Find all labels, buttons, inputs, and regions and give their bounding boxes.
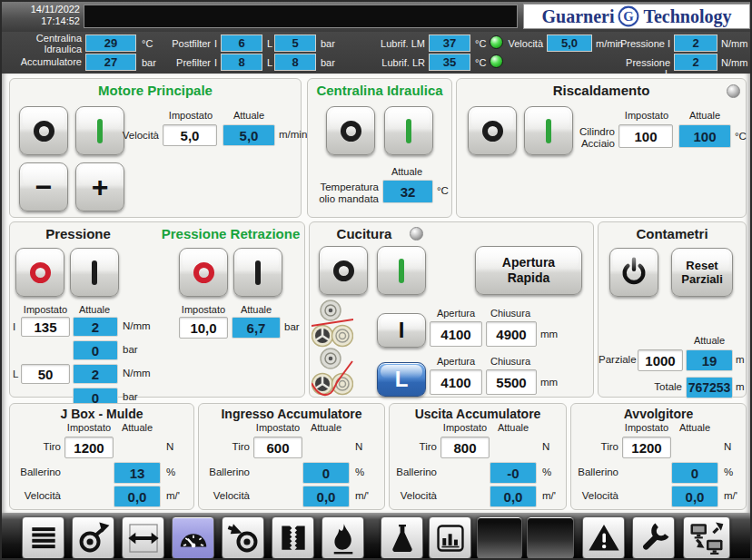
row-i-prefix: I <box>13 321 15 333</box>
seam-icon <box>276 521 311 555</box>
impostato-header: Impostato <box>179 304 228 315</box>
tiro-unit: N <box>724 441 731 452</box>
motore-speed-plus-button[interactable]: + <box>75 162 124 211</box>
start-bar-icon <box>546 119 551 143</box>
apertura-rapida-button[interactable]: Apertura Rapida <box>475 246 582 295</box>
cucitura-start-button[interactable] <box>377 246 426 295</box>
attuale-header: Attuale <box>381 166 433 177</box>
cilindro-set-field[interactable]: 100 <box>618 124 673 148</box>
ballerino-label: Ballerino <box>571 467 618 478</box>
impostato-header: Impostato <box>250 422 306 433</box>
cucitura-l-apertura-field[interactable]: 4100 <box>430 369 482 395</box>
toolbar-reports-button[interactable] <box>429 516 471 559</box>
row-l-unit: N/mm <box>123 368 151 378</box>
postfilter-i-display: 6 <box>221 34 262 52</box>
cilindro-acciaio-label: CilindroAcciaio <box>557 126 615 150</box>
toolbar-lab-button[interactable] <box>381 516 423 559</box>
pressione-i-status-unit: N/mm <box>721 38 747 49</box>
parziale-set-field[interactable]: 1000 <box>638 349 683 371</box>
toolbar-blank-button-2 <box>527 516 574 559</box>
motore-stop-button[interactable] <box>19 106 68 155</box>
toolbar-heating-button[interactable] <box>322 516 364 559</box>
tiro-set-field[interactable]: 600 <box>253 437 302 458</box>
stop-circle-icon <box>341 121 361 142</box>
cilindro-actual-display: 100 <box>678 124 731 148</box>
wrench-icon <box>637 521 671 555</box>
row-lbar-unit: bar <box>123 391 138 402</box>
ballerino-unit: % <box>542 467 551 477</box>
tiro-label: Tiro <box>10 441 61 453</box>
postfilter-l-display: 5 <box>274 34 316 52</box>
reset-parziali-button[interactable]: Reset Parziali <box>671 248 733 297</box>
pressione-start-button[interactable] <box>70 248 119 297</box>
pressione-stop-button[interactable] <box>15 248 64 297</box>
prefilter-label: Prefilter <box>147 57 211 68</box>
cucitura-led <box>410 227 423 241</box>
attuale-header: Attuale <box>301 422 351 433</box>
motore-velocita-set-field[interactable]: 5,0 <box>163 124 217 146</box>
toolbar-rewinder-button[interactable] <box>222 516 264 559</box>
tiro-set-field[interactable]: 800 <box>440 437 490 458</box>
chiusura-header: Chiusura <box>484 308 537 319</box>
retrazione-start-button[interactable] <box>233 248 282 297</box>
riscaldamento-stop-button[interactable] <box>468 106 517 155</box>
row1-unit: mm <box>540 329 558 339</box>
cucitura-mode-i-button[interactable]: I <box>377 313 426 348</box>
cucitura-mode-l-button[interactable]: L <box>377 362 426 397</box>
pressione-i-set-field[interactable]: 135 <box>21 317 70 337</box>
retrazione-stop-button[interactable] <box>179 248 228 297</box>
temperatura-olio-actual-display: 32 <box>382 180 433 203</box>
chiusura-header: Chiusura <box>484 356 537 367</box>
brand-logo: Guarneri G Technology <box>523 4 750 29</box>
pressione-i-bar-display: 0 <box>73 340 118 360</box>
screen-switch-icon <box>688 520 725 556</box>
pressione-l-actual-display: 2 <box>73 364 118 384</box>
toolbar-unwinder-button[interactable] <box>72 516 114 559</box>
accumulatore-status-label: Accumulatore <box>7 56 82 67</box>
pressione-i-actual-display: 2 <box>73 317 118 337</box>
toolbar-menu-button[interactable] <box>22 516 64 559</box>
panel-motore-principale: Motore Principale − + Impostato Attuale … <box>9 78 302 218</box>
pressione-i-status-display: 2 <box>674 34 717 52</box>
stop-circle-icon <box>193 262 214 283</box>
toolbar-dashboard-button[interactable] <box>172 516 214 559</box>
toolbar-alarms-button[interactable] <box>582 516 625 559</box>
impostato-header: Impostato <box>163 110 219 121</box>
velocita-label: Velocità <box>571 490 618 502</box>
panel-pressione: Pressione Pressione Retrazione Impostato… <box>9 221 305 398</box>
motore-speed-minus-button[interactable]: − <box>19 162 68 211</box>
status-bar: CentralinaIdraulica 29 °C Accumulatore 2… <box>2 32 750 74</box>
contametri-power-button[interactable] <box>609 248 658 297</box>
centralina-start-button[interactable] <box>384 106 433 155</box>
ballerino-label: Ballerino <box>390 467 437 478</box>
cucitura-i-apertura-field[interactable]: 4100 <box>430 321 482 347</box>
cucitura-l-chiusura-field[interactable]: 5500 <box>486 369 537 395</box>
ballerino-actual-display: 0 <box>302 462 350 484</box>
pressione-l-set-field[interactable]: 50 <box>21 364 70 384</box>
cucitura-stop-button[interactable] <box>319 246 368 295</box>
panel-cucitura: Cucitura Apertura Rapida <box>309 221 594 398</box>
centralina-temp-display: 29 <box>85 34 136 52</box>
panel-title: Ingresso Accumulatore <box>199 407 384 421</box>
tiro-label: Tiro <box>571 441 618 453</box>
tiro-set-field[interactable]: 1200 <box>64 437 114 458</box>
cucitura-i-chiusura-field[interactable]: 4900 <box>486 321 537 347</box>
rollers-wrap-icon <box>312 347 353 399</box>
toolbar-screen-switch-button[interactable] <box>683 516 730 559</box>
toolbar-seam-button[interactable] <box>272 516 314 559</box>
toolbar-service-button[interactable] <box>632 516 675 559</box>
prefilter-unit: bar <box>321 57 335 68</box>
start-bar-icon <box>406 119 411 143</box>
centralina-stop-button[interactable] <box>326 106 375 155</box>
row-i-unit: N/mm <box>123 320 151 331</box>
retrazione-set-field[interactable]: 10,0 <box>179 317 228 339</box>
lubrif-lr-display: 35 <box>429 54 470 71</box>
brand-g-icon: G <box>617 5 640 28</box>
date-label: 14/11/2022 <box>5 4 80 15</box>
toolbar-web-width-button[interactable] <box>122 516 164 559</box>
impostato-header: Impostato <box>61 422 117 433</box>
tiro-unit: N <box>166 441 173 452</box>
tiro-set-field[interactable]: 1200 <box>622 437 671 458</box>
velocita-status-display: 5,0 <box>547 34 592 52</box>
toolbar-blank-button-1 <box>477 516 522 559</box>
